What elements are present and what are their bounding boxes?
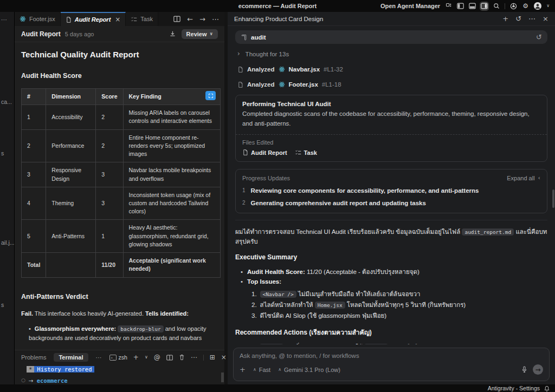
model-selector[interactable]: ∧ Gemini 3.1 Pro (Low) [278,367,340,373]
tab-footer-jsx[interactable]: Footer.jsx [15,12,61,26]
agent-grid-icon[interactable] [445,3,452,10]
avatar[interactable] [534,2,541,10]
analyzed-step[interactable]: Analyzed Footer.jsx #L1-18 [237,81,547,88]
toggle-right-panel-icon[interactable] [481,3,488,10]
files-edited-label: Files Edited [242,139,540,146]
inline-code: Navbar [364,344,388,344]
audit-table-wrap: # Dimension Score Key Finding 1 Accessib… [21,88,218,278]
send-button[interactable]: → [533,364,543,375]
search-icon[interactable] [493,3,500,10]
mode-label: Fast [259,367,270,373]
agent-chat-panel: Enhancing Product Card Design + ↺ ⋯ × au… [228,12,555,384]
expand-all-label: Expand all [507,175,534,181]
close-panel-icon[interactable]: × [221,354,227,361]
chat-more-icon[interactable]: ⋯ [528,15,535,22]
at-mention-icon[interactable]: @ [154,354,160,361]
strip-fragment[interactable]: s [1,150,4,156]
edited-file-audit-report[interactable]: Audit Report [242,149,287,156]
download-icon[interactable] [169,30,176,37]
cell: 2 [96,105,123,129]
mic-icon[interactable] [521,366,527,373]
terminal-scrollbar[interactable] [221,373,224,382]
col-header: Score [96,89,123,105]
table-row: 5 Anti-Patterns 1 Heavy AI aesthetic: gl… [22,220,221,253]
tab-label: Audit Report [75,16,111,23]
cell: 1 [96,220,123,253]
chat-input[interactable] [240,352,543,359]
col-header: # [22,89,46,105]
open-agent-manager-button[interactable]: Open Agent Manager [380,3,440,9]
titlebar-separator [505,3,505,9]
terminal-more-icon[interactable]: ⋯ [191,354,197,361]
editor-more-icon[interactable]: ⋯ [212,16,219,23]
expand-all-button[interactable]: Expand all ‹ [507,175,540,181]
close-chat-icon[interactable]: × [543,15,548,22]
cell: 3 [96,162,123,187]
tab-task[interactable]: Task [126,12,158,26]
cell: Entire Home component re-renders every 5… [123,129,221,162]
strip-fragment[interactable]: s [1,302,4,308]
close-tab-icon[interactable]: × [115,16,120,23]
chevron-up-icon: ∧ [253,368,256,372]
forward-icon[interactable]: → [199,16,205,23]
trash-icon[interactable] [179,354,185,361]
split-terminal-icon[interactable] [166,355,173,361]
cell: 2 [22,129,46,162]
terminal-tabs-more-icon[interactable]: ⋯ [96,355,102,361]
attach-icon[interactable]: + [240,366,246,373]
issue-item: ดีไซน์ติด AI Slop (ใช้ glassmorphism ฟุ่… [251,311,547,321]
doc-h2-verdict: Anti-Patterns Verdict [21,293,218,300]
progress-label: Progress Updates [242,175,290,181]
cell: 3 [22,162,46,187]
tab-problems[interactable]: Problems [21,354,46,361]
strip-fragment[interactable]: ca... [1,99,12,105]
cell: Missing ARIA labels on carousel controls… [123,105,221,129]
shell-session[interactable]: >_ zsh [109,354,127,361]
prompt-icon [241,34,247,41]
user-message: audit ↺ [235,30,547,44]
new-terminal-icon[interactable]: + [133,354,139,361]
review-button[interactable]: Review ∨ [182,29,218,39]
document-header: Audit Report 5 days ago Review ∨ [15,26,224,42]
chat-scrollbar[interactable] [552,190,554,208]
browser-icon[interactable] [510,3,517,10]
progress-item[interactable]: Generating comprehensive audit report an… [242,199,540,207]
edited-file-task[interactable]: Task [295,149,317,156]
status-settings[interactable]: Antigravity - Settings [488,385,540,391]
history-icon[interactable]: ↺ [515,15,521,22]
inline-code: audit_report.md [462,228,514,236]
table-row: 1 Accessibility 2 Missing ARIA labels on… [22,105,221,129]
new-chat-icon[interactable]: + [502,15,508,22]
split-editor-icon[interactable] [173,16,180,22]
chevron-left-icon: ‹ [538,175,540,181]
maximize-panel-icon[interactable]: ⊞ [210,354,215,361]
checklist-icon [131,16,137,22]
bell-icon[interactable] [544,386,550,391]
conversation-scroll[interactable]: audit ↺ › Thought for 13s Analyzed Navba… [228,26,555,344]
tab-audit-report[interactable]: Audit Report × [61,12,126,26]
analyzed-step[interactable]: Analyzed Navbar.jsx #L1-32 [237,66,547,73]
new-terminal-chevron-icon[interactable]: ∨ [145,355,148,360]
thought-toggle[interactable]: › Thought for 13s [237,51,547,57]
prompt-arrow-icon: → [29,378,34,384]
retry-icon[interactable]: ↺ [536,34,542,41]
document-title: Audit Report [21,30,61,38]
back-icon[interactable]: ← [187,16,193,23]
gear-icon[interactable]: ⚙ [522,3,529,10]
doc-h1: Technical Quality Audit Report [21,50,218,59]
toggle-bottom-panel-icon[interactable] [469,3,476,10]
terminal-output[interactable]: *History restored ○ → ecommerce [21,366,224,384]
analyzed-range: #L1-18 [322,81,341,88]
chevron-up-icon: ∧ [278,368,281,372]
mode-selector[interactable]: ∧ Fast [253,367,270,373]
strip-fragment[interactable]: ail.j... [1,239,15,246]
progress-item[interactable]: Reviewing core components for accessibil… [242,186,540,195]
avatar-chevron-icon[interactable]: ∨ [546,4,550,8]
cell: Inconsistent token usage (mix of custom … [123,187,221,220]
checklist-icon [295,149,301,155]
strip-more-icon[interactable]: ⋯ [1,16,7,23]
table-widget-button[interactable] [205,91,216,100]
command-code[interactable]: /adapt [260,344,283,344]
toggle-left-panel-icon[interactable] [457,3,464,10]
tab-terminal[interactable]: Terminal [54,353,88,362]
